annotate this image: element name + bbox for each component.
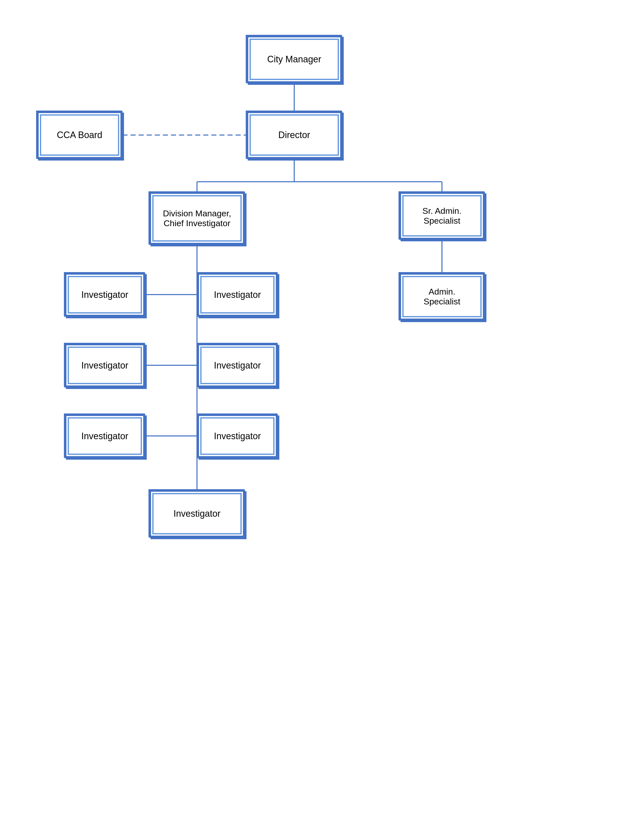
investigator-3a-box: Investigator [64, 414, 145, 458]
org-chart: City Manager CCA Board Director Division… [0, 0, 644, 833]
sr-admin-specialist-box: Sr. Admin.Specialist [399, 192, 485, 240]
investigator-2b-box: Investigator [197, 343, 278, 388]
city-manager-box: City Manager [246, 35, 342, 83]
investigator-bottom-box: Investigator [149, 490, 245, 538]
investigator-2a-box: Investigator [64, 343, 145, 388]
director-box: Director [246, 111, 342, 159]
division-manager-box: Division Manager,Chief Investigator [149, 192, 245, 245]
investigator-3b-box: Investigator [197, 414, 278, 458]
cca-board-box: CCA Board [37, 111, 122, 159]
admin-specialist-box: Admin.Specialist [399, 273, 485, 321]
investigator-1a-box: Investigator [64, 273, 145, 317]
investigator-1b-box: Investigator [197, 273, 278, 317]
